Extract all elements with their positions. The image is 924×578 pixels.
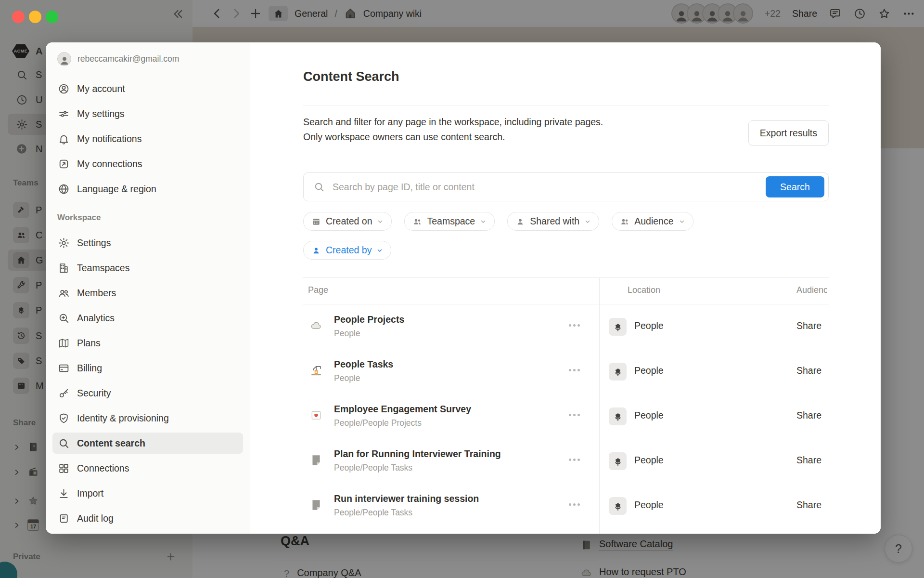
active-filter-row: Created by [303, 241, 391, 260]
menu-item-settings[interactable]: Settings [52, 232, 243, 253]
menu-item-security[interactable]: Security [52, 382, 243, 404]
chevron-down-icon [377, 218, 384, 225]
zoom-window-button[interactable] [46, 11, 58, 23]
row-location: People [634, 320, 664, 331]
filter-shared-with[interactable]: Shared with [507, 212, 599, 231]
workspace-section-header: Workspace [57, 213, 238, 223]
window-controls [12, 11, 58, 23]
menu-item-plans[interactable]: Plans [52, 332, 243, 354]
account-email-row: rebeccamcakir@gmail.com [57, 51, 242, 66]
results-table: Page Location Audience People Projects P… [303, 277, 829, 534]
row-location: People [634, 499, 664, 511]
teamspace-flower-icon [609, 407, 627, 425]
teamspace-flower-icon [609, 452, 627, 470]
love-letter-icon [310, 409, 322, 421]
filter-teamspace[interactable]: Teamspace [404, 212, 495, 231]
export-results-button[interactable]: Export results [748, 120, 829, 145]
menu-item-my-connections[interactable]: My connections [52, 153, 243, 174]
sliders-icon [57, 107, 70, 120]
menu-item-content-search[interactable]: Content search [52, 433, 243, 454]
search-plus-icon [57, 312, 70, 324]
page-icon [310, 454, 322, 466]
row-actions-icon[interactable] [569, 369, 580, 371]
column-header-audience: Audience [796, 285, 827, 295]
shield-check-icon [57, 412, 70, 424]
arrow-up-right-square-icon [57, 158, 70, 170]
table-row[interactable]: Employee Engagement Survey People/People… [303, 394, 829, 439]
app-window: ACME A S U S N Teams P C [0, 0, 924, 578]
building-icon [57, 262, 70, 274]
download-icon [57, 487, 70, 499]
search-icon [57, 437, 70, 449]
scroll-icon [57, 512, 70, 525]
settings-sidebar: rebeccamcakir@gmail.com My account My se… [46, 42, 250, 534]
construction-crane-icon [310, 364, 322, 377]
filter-audience[interactable]: Audience [612, 212, 693, 231]
row-actions-icon[interactable] [569, 414, 580, 416]
row-actions-icon[interactable] [569, 503, 580, 506]
minimize-window-button[interactable] [29, 11, 41, 23]
page-description: Search and filter for any page in the wo… [303, 115, 603, 144]
bell-icon [57, 132, 70, 145]
column-header-page: Page [308, 285, 328, 295]
grid-icon [57, 462, 70, 474]
filter-created-on[interactable]: Created on [303, 212, 392, 231]
row-location: People [634, 365, 664, 376]
menu-item-members[interactable]: Members [52, 282, 243, 303]
table-row[interactable]: Plan for Running Interviewer Training Pe… [303, 439, 829, 484]
table-row[interactable]: Run interviewer training session People/… [303, 484, 829, 528]
row-location: People [634, 410, 664, 421]
row-audience: Share [796, 410, 821, 421]
calendar-icon [311, 217, 321, 226]
column-header-location: Location [628, 285, 660, 295]
row-audience: Share [796, 455, 821, 466]
filter-created-by-active[interactable]: Created by [303, 241, 391, 260]
search-input[interactable] [332, 181, 766, 193]
menu-item-teamspaces[interactable]: Teamspaces [52, 257, 243, 278]
menu-item-language-region[interactable]: Language & region [52, 178, 243, 199]
chevron-down-icon [480, 218, 487, 225]
menu-item-connections[interactable]: Connections [52, 458, 243, 479]
person-icon [311, 246, 321, 255]
filter-chips: Created on Teamspace Shared with Audienc… [303, 212, 693, 231]
user-avatar [57, 52, 71, 66]
menu-item-my-settings[interactable]: My settings [52, 103, 243, 124]
row-actions-icon[interactable] [569, 324, 580, 327]
key-icon [57, 387, 70, 399]
row-audience: Share [796, 499, 821, 511]
table-header: Page Location Audience [303, 277, 829, 304]
account-menu: My account My settings My notifications … [46, 78, 250, 199]
settings-modal: rebeccamcakir@gmail.com My account My se… [46, 42, 881, 534]
chevron-down-icon [376, 247, 383, 254]
account-email: rebeccamcakir@gmail.com [77, 54, 179, 64]
table-row[interactable]: People Tasks People People Share [303, 349, 829, 394]
map-icon [57, 337, 70, 349]
menu-item-my-notifications[interactable]: My notifications [52, 128, 243, 149]
chevron-down-icon [584, 218, 591, 225]
row-actions-icon[interactable] [569, 459, 580, 461]
divider [303, 105, 829, 105]
page-title: Content Search [303, 69, 399, 84]
row-audience: Share [796, 365, 821, 376]
menu-item-identity-provisioning[interactable]: Identity & provisioning [52, 407, 243, 429]
people-icon [620, 217, 629, 226]
menu-item-analytics[interactable]: Analytics [52, 307, 243, 328]
gear-icon [57, 236, 70, 249]
search-button[interactable]: Search [766, 176, 824, 197]
menu-item-import[interactable]: Import [52, 483, 243, 504]
close-window-button[interactable] [12, 11, 25, 23]
teamspace-flower-icon [609, 363, 627, 381]
menu-item-billing[interactable]: Billing [52, 357, 243, 379]
menu-item-audit-log[interactable]: Audit log [52, 508, 243, 529]
content-search-panel: Content Search Search and filter for any… [250, 42, 881, 534]
person-circle-icon [57, 82, 70, 95]
content-search-bar: Search [303, 172, 829, 201]
people-icon [412, 217, 422, 226]
table-row[interactable]: People Projects People People Share [303, 304, 829, 349]
cloud-page-icon [310, 319, 322, 332]
person-icon [515, 217, 525, 226]
row-audience: Share [796, 320, 821, 331]
teamspace-flower-icon [609, 497, 627, 515]
menu-item-my-account[interactable]: My account [52, 78, 243, 99]
chevron-down-icon [679, 218, 685, 225]
